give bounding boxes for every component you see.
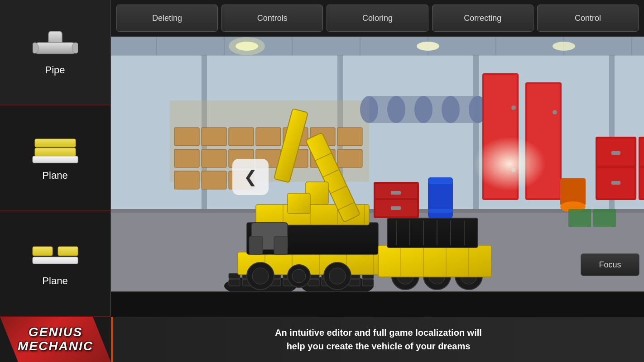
svg-point-123 — [252, 268, 269, 284]
svg-rect-80 — [428, 177, 453, 184]
back-button[interactable]: ❮ — [232, 159, 269, 195]
svg-rect-90 — [229, 279, 240, 286]
svg-point-2 — [33, 43, 38, 53]
svg-rect-70 — [611, 181, 620, 185]
svg-point-52 — [387, 96, 405, 123]
svg-rect-26 — [473, 55, 479, 209]
sidebar-item-plane2[interactable]: Plane — [0, 211, 110, 317]
svg-rect-87 — [593, 209, 616, 227]
svg-rect-72 — [640, 138, 644, 166]
svg-rect-48 — [202, 171, 226, 189]
svg-rect-7 — [33, 247, 53, 256]
svg-rect-81 — [428, 209, 453, 213]
bottom-action-bar — [111, 291, 644, 317]
sidebar-plane2-label: Plane — [42, 275, 67, 287]
brand-logo: GENIUS MECHANIC — [0, 317, 111, 362]
svg-rect-73 — [640, 168, 644, 198]
focus-label: Focus — [599, 260, 621, 270]
nav-btn-coloring[interactable]: Coloring — [327, 5, 428, 32]
svg-rect-8 — [58, 247, 78, 256]
svg-point-127 — [292, 269, 306, 283]
nav-btn-control[interactable]: Control — [537, 5, 639, 32]
svg-rect-134 — [378, 245, 491, 277]
top-nav-container: DeletingControlsColoringCorrectingContro… — [111, 0, 644, 37]
svg-rect-4 — [35, 139, 76, 147]
svg-point-3 — [72, 43, 78, 53]
svg-rect-9 — [33, 257, 78, 264]
svg-point-54 — [442, 96, 460, 123]
svg-rect-86 — [568, 209, 591, 227]
nav-btn-correcting[interactable]: Correcting — [432, 5, 533, 32]
svg-rect-77 — [391, 191, 401, 195]
svg-point-85 — [473, 137, 546, 191]
svg-point-30 — [417, 42, 439, 51]
brand-line1: GENIUS — [29, 325, 82, 339]
svg-point-65 — [553, 110, 557, 114]
svg-rect-40 — [174, 149, 199, 167]
svg-rect-36 — [256, 128, 281, 146]
svg-rect-34 — [202, 128, 226, 146]
pipe-icon — [33, 29, 78, 61]
svg-rect-153 — [249, 236, 263, 254]
svg-point-51 — [360, 96, 378, 123]
svg-rect-154 — [274, 236, 288, 254]
svg-point-60 — [511, 105, 516, 110]
svg-rect-104 — [362, 279, 374, 286]
chevron-left-icon: ❮ — [244, 167, 257, 186]
svg-rect-46 — [337, 149, 362, 167]
banner-text-area: An intuitive editor and full game locali… — [111, 317, 644, 362]
svg-point-31 — [553, 42, 575, 51]
left-sidebar: Pipe Plane — [0, 0, 111, 317]
svg-rect-6 — [33, 156, 78, 163]
svg-rect-1 — [35, 43, 76, 54]
nav-btn-deleting[interactable]: Deleting — [116, 5, 218, 32]
nav-btn-controls[interactable]: Controls — [221, 5, 323, 32]
svg-rect-39 — [337, 128, 362, 146]
plane1-icon — [30, 134, 80, 166]
warehouse-background — [111, 37, 644, 317]
svg-rect-78 — [391, 206, 401, 210]
svg-rect-69 — [611, 151, 620, 155]
svg-rect-41 — [202, 149, 226, 167]
svg-rect-5 — [35, 148, 76, 156]
svg-rect-33 — [174, 128, 199, 146]
focus-button[interactable]: Focus — [581, 253, 639, 276]
sidebar-item-plane1[interactable]: Plane — [0, 105, 110, 211]
plane2-icon — [30, 240, 80, 272]
svg-rect-58 — [484, 75, 517, 136]
svg-point-53 — [414, 96, 433, 123]
svg-rect-156 — [288, 193, 310, 214]
sidebar-item-pipe[interactable]: Pipe — [0, 0, 110, 105]
brand-line2: MECHANIC — [18, 339, 93, 353]
sidebar-plane1-label: Plane — [42, 170, 67, 181]
svg-rect-35 — [229, 128, 254, 146]
svg-point-29 — [229, 37, 265, 55]
svg-rect-47 — [174, 171, 199, 189]
svg-point-125 — [329, 268, 346, 284]
banner-text: An intuitive editor and full game locali… — [126, 326, 630, 353]
main-viewport: ❮ Focus — [111, 37, 644, 317]
sidebar-pipe-label: Pipe — [45, 64, 65, 76]
bottom-banner: GENIUS MECHANIC An intuitive editor and … — [0, 317, 644, 362]
